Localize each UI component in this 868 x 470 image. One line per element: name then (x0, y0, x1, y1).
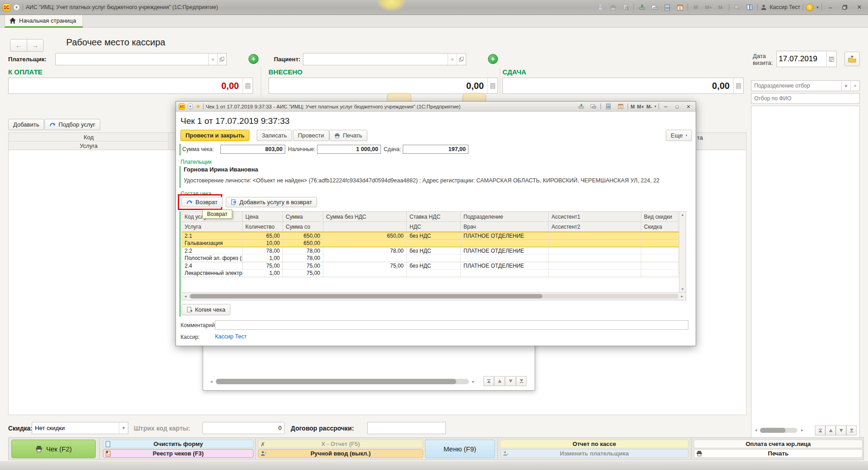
bgwin-next-button[interactable] (505, 376, 516, 386)
table-scroll-down-icon[interactable]: ▼ (681, 287, 684, 291)
footer-print-button[interactable]: Печать (694, 449, 863, 458)
panel-scroll-left-icon[interactable]: ◄ (754, 428, 758, 432)
col-amount[interactable]: Сумма (283, 212, 323, 222)
patient-clear-icon[interactable]: × (448, 54, 457, 65)
memory-m-minus-icon[interactable]: M- (716, 3, 726, 12)
pick-services-button[interactable]: Подбор услуг (44, 119, 100, 130)
visit-date-input[interactable] (777, 51, 826, 67)
dialog-go-link-icon[interactable] (588, 103, 598, 110)
department-filter-clear-icon[interactable]: × (850, 81, 859, 91)
close-window-icon[interactable]: × (853, 3, 865, 12)
change-due-field[interactable]: 197,00 (403, 145, 468, 154)
calendar-icon[interactable]: 31 (675, 3, 685, 12)
registry-f3-button[interactable]: Реестр чеков (F3) (103, 449, 254, 458)
print-receipt-button[interactable]: Печать (329, 130, 367, 141)
fio-filter-input[interactable] (751, 93, 859, 103)
col-amount-with[interactable]: Сумма со (283, 222, 323, 232)
col-assistant2[interactable]: Ассистент2 (549, 222, 641, 232)
col-service[interactable]: Услуга (182, 222, 243, 232)
change-payer-button[interactable]: Изменить плательщика (500, 449, 688, 458)
bgwin-last-button[interactable] (516, 376, 527, 386)
barcode-input[interactable] (203, 422, 284, 434)
main-menu-dropdown-icon[interactable]: ▾ (13, 4, 20, 11)
back-icon[interactable]: ← (10, 39, 27, 51)
zoom-icon[interactable] (732, 3, 742, 12)
print-preview-icon[interactable] (621, 3, 631, 12)
panel-last-page-button[interactable] (846, 426, 857, 436)
receipt-table-hscrollbar[interactable]: ◄ ► (182, 292, 686, 300)
table-scroll-left-icon[interactable]: ◄ (184, 294, 187, 299)
send-to-visit-button[interactable] (844, 52, 860, 66)
forward-icon[interactable]: → (27, 39, 43, 51)
dialog-calendar-icon[interactable]: 31 (615, 103, 625, 110)
add-service-button[interactable]: Добавить (8, 119, 44, 130)
visits-list-panel[interactable] (751, 106, 860, 438)
add-payer-button[interactable]: + (249, 54, 258, 64)
more-button[interactable]: Еще ▾ (666, 130, 692, 141)
receipt-table-empty-area[interactable] (182, 277, 679, 292)
payer-input[interactable] (56, 54, 208, 65)
patient-input[interactable] (303, 54, 448, 65)
post-and-close-button[interactable]: Провести и закрыть (180, 130, 249, 141)
info-icon[interactable]: i (806, 4, 814, 11)
visit-date-calendar-icon[interactable] (826, 51, 836, 67)
go-to-link-icon[interactable] (649, 3, 659, 12)
copy-check-button[interactable]: Копия чека (181, 304, 230, 315)
to-pay-field[interactable]: 0,00 (8, 78, 253, 94)
receipt-table-vscrollbar[interactable]: ▲ ▼ (679, 212, 686, 292)
1c-logo-icon[interactable]: 1С (3, 4, 10, 11)
dialog-maximize-icon[interactable]: □ (673, 103, 682, 110)
cash-report-button[interactable]: Отчет по кассе (500, 440, 688, 448)
minimize-window-icon[interactable]: – (824, 3, 836, 12)
bgwin-hscrollbar[interactable] (216, 379, 469, 384)
col-assistant1[interactable]: Ассистент1 (549, 212, 641, 222)
department-filter-dropdown-icon[interactable]: ▾ (841, 81, 850, 91)
dialog-calculator-icon[interactable] (603, 103, 613, 110)
panel-next-page-button[interactable] (836, 426, 846, 436)
installment-input[interactable] (368, 422, 445, 434)
calculator-icon[interactable] (662, 3, 672, 12)
dialog-close-icon[interactable]: × (684, 103, 693, 110)
panel-scroll-right-icon[interactable]: ► (800, 428, 804, 432)
col-amount-no-vat[interactable]: Сумма без НДС (323, 212, 407, 222)
patient-choose-icon[interactable] (457, 54, 466, 65)
receipt-table-row[interactable]: 2.2 78,00 78,00 78,00 без НДС ПЛАТНОЕ ОТ… (182, 247, 679, 262)
bgwin-scroll-right-icon[interactable]: ► (472, 380, 475, 384)
bgwin-prev-button[interactable] (494, 376, 505, 386)
discount-input[interactable] (32, 422, 119, 434)
dialog-titlebar[interactable]: 1С ▾ ★ Чек 1 от 17.07.2019 9:37:33 - АИС… (176, 102, 696, 112)
memory-m-icon[interactable]: M (691, 3, 701, 12)
add-patient-button[interactable]: + (488, 54, 498, 64)
panel-prev-page-button[interactable] (825, 426, 836, 436)
clear-form-button[interactable]: Очистить форму (103, 440, 254, 448)
x-report-f5-button[interactable]: ✗ X - Отчет (F5) (258, 440, 423, 448)
split-view-icon[interactable] (745, 3, 755, 12)
dialog-m-plus-icon[interactable]: M+ (637, 104, 644, 109)
restore-window-icon[interactable] (839, 3, 851, 12)
pay-legal-button[interactable]: Оплата счета юр.лица (694, 440, 863, 448)
change-field[interactable]: 0,00 (502, 78, 744, 94)
print-icon[interactable] (608, 3, 618, 12)
services-col-code[interactable]: Код (9, 133, 169, 142)
post-button[interactable]: Провести (293, 130, 329, 141)
menu-f9-button[interactable]: Меню (F9) (425, 440, 495, 458)
deposited-field[interactable]: 0,00 (268, 78, 498, 94)
save-icon[interactable] (595, 3, 605, 12)
manual-input-button[interactable]: ? Ручной ввод (выкл.) (258, 449, 423, 458)
services-col-service[interactable]: Услуга (9, 142, 169, 150)
cash-field[interactable]: 1 000,00 (317, 145, 381, 154)
to-pay-calculator-icon[interactable] (243, 78, 253, 93)
cashier-link[interactable]: Кассир Тест (215, 333, 247, 340)
payer-choose-icon[interactable] (217, 54, 226, 65)
col-quantity[interactable]: Количество (243, 222, 283, 232)
receipt-table-row-selected[interactable]: 2.1 65,00 650,00 650,00 без НДС ПЛАТНОЕ … (182, 232, 679, 247)
comment-input[interactable] (215, 321, 688, 329)
table-scroll-up-icon[interactable]: ▲ (681, 213, 684, 217)
bgwin-scroll-left-icon[interactable]: ◄ (210, 380, 213, 384)
col-discount[interactable]: Скидка (641, 222, 678, 232)
tab-home[interactable]: Начальная страница (5, 15, 83, 28)
discount-dropdown-icon[interactable]: ▾ (119, 422, 128, 434)
receipt-table-row[interactable]: 2.4 75,00 75,00 75,00 без НДС ПЛАТНОЕ ОТ… (182, 262, 679, 277)
check-sum-field[interactable]: 803,00 (220, 145, 285, 154)
change-calculator-icon[interactable] (733, 78, 743, 93)
